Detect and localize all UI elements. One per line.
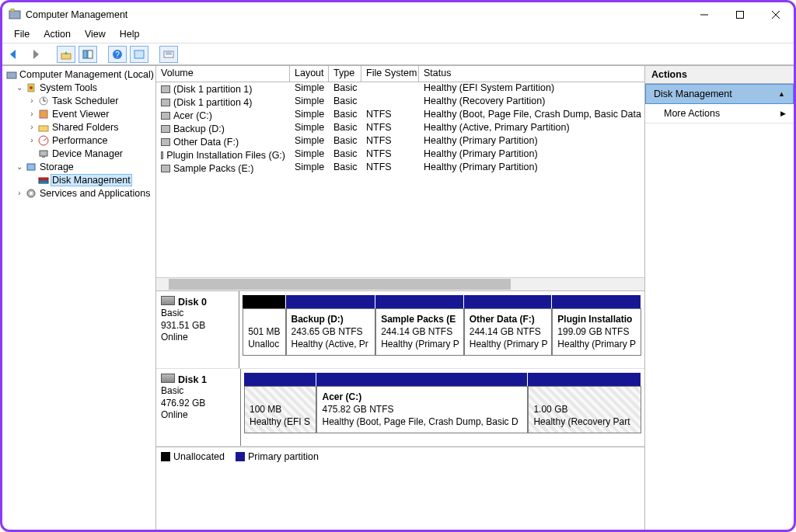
actions-pane: Actions Disk Management ▲ More Actions ▶: [644, 65, 794, 530]
svg-rect-15: [7, 72, 16, 78]
up-button[interactable]: [57, 46, 75, 63]
collapse-icon[interactable]: ⌄: [15, 162, 24, 171]
disk-row: Disk 1Basic476.92 GBOnline 100 MBHealthy…: [156, 369, 644, 447]
disk-icon: [161, 112, 170, 120]
svg-rect-24: [40, 151, 47, 156]
tree-root[interactable]: Computer Management (Local): [2, 68, 155, 81]
volume-row[interactable]: Sample Packs (E:)SimpleBasicNTFSHealthy …: [156, 162, 644, 175]
volume-row[interactable]: (Disk 1 partition 4)SimpleBasicHealthy (…: [156, 96, 644, 109]
disk-drive-icon: [161, 374, 175, 383]
svg-rect-25: [42, 156, 45, 158]
tree-system-tools[interactable]: ⌄ System Tools: [2, 81, 155, 94]
volume-grid[interactable]: (Disk 1 partition 1)SimpleBasicHealthy (…: [156, 82, 644, 175]
partition-block[interactable]: Backup (D:)243.65 GB NTFSHealthy (Active…: [286, 308, 376, 356]
disk-icon: [161, 125, 170, 133]
col-volume[interactable]: Volume: [156, 66, 290, 82]
back-button[interactable]: [5, 46, 24, 63]
volume-grid-header: Volume Layout Type File System Status: [156, 66, 644, 82]
toolbar: ?: [2, 43, 794, 65]
svg-rect-6: [61, 54, 71, 59]
partition-block[interactable]: 100 MBHealthy (EFI S: [244, 386, 316, 433]
actions-title: Actions: [645, 66, 794, 84]
disk-icon: [161, 85, 170, 93]
svg-rect-8: [88, 50, 93, 58]
expand-icon[interactable]: ›: [27, 123, 37, 131]
collapse-icon: ▲: [778, 90, 785, 98]
legend-unallocated: Unallocated: [173, 451, 225, 462]
volume-row[interactable]: Plugin Installation Files (G:)SimpleBasi…: [156, 148, 644, 162]
legend: Unallocated Primary partition: [156, 447, 644, 465]
partition-block[interactable]: Plugin Installatio199.09 GB NTFSHealthy …: [552, 308, 641, 356]
menu-action[interactable]: Action: [37, 27, 78, 43]
svg-rect-21: [40, 110, 47, 118]
svg-text:?: ?: [115, 50, 120, 59]
col-layout[interactable]: Layout: [290, 66, 329, 82]
disk-diagram: Disk 0Basic931.51 GBOnline 501 MBUnalloc…: [156, 290, 644, 447]
partition-block[interactable]: 501 MBUnalloc: [243, 308, 285, 356]
tree-services[interactable]: ›Services and Applications: [2, 186, 155, 200]
svg-rect-1: [11, 9, 14, 12]
actions-more[interactable]: More Actions ▶: [645, 104, 794, 123]
forward-button[interactable]: [27, 46, 46, 63]
menu-file[interactable]: File: [7, 27, 37, 43]
partition-block[interactable]: 1.00 GBHealthy (Recovery Part: [528, 386, 641, 433]
col-status[interactable]: Status: [419, 66, 644, 82]
disk-icon: [161, 151, 163, 159]
tree-storage[interactable]: ⌄Storage: [2, 160, 155, 173]
disk-icon: [161, 99, 170, 106]
scrollbar-thumb[interactable]: [169, 279, 511, 290]
svg-rect-22: [39, 126, 48, 131]
collapse-icon[interactable]: ⌄: [15, 83, 24, 92]
col-fs[interactable]: File System: [361, 66, 419, 82]
app-icon: [9, 9, 21, 21]
volume-row[interactable]: (Disk 1 partition 1)SimpleBasicHealthy (…: [156, 82, 644, 96]
tree-device-manager[interactable]: Device Manager: [2, 147, 155, 160]
svg-rect-11: [134, 50, 144, 58]
partition-block[interactable]: Other Data (F:)244.14 GB NTFSHealthy (Pr…: [464, 308, 553, 356]
legend-primary: Primary partition: [248, 451, 319, 462]
disk-icon: [161, 165, 170, 172]
maximize-button[interactable]: [722, 2, 758, 27]
submenu-icon: ▶: [780, 110, 786, 117]
expand-icon[interactable]: ›: [15, 189, 24, 197]
tree-performance[interactable]: ›Performance: [2, 134, 155, 147]
expand-icon[interactable]: ›: [27, 110, 37, 118]
svg-rect-3: [737, 12, 744, 19]
disk-label[interactable]: Disk 1Basic476.92 GBOnline: [156, 369, 241, 446]
window-title: Computer Management: [26, 9, 127, 20]
svg-rect-7: [83, 50, 87, 58]
tree-task-scheduler[interactable]: ›Task Scheduler: [2, 94, 155, 107]
horizontal-scrollbar[interactable]: [156, 277, 644, 290]
title-bar: Computer Management: [2, 2, 794, 27]
volume-row[interactable]: Backup (D:)SimpleBasicNTFSHealthy (Activ…: [156, 122, 644, 135]
disk-row: Disk 0Basic931.51 GBOnline 501 MBUnalloc…: [156, 291, 644, 369]
svg-rect-27: [39, 178, 48, 180]
tree-event-viewer[interactable]: ›Event Viewer: [2, 107, 155, 120]
volume-row[interactable]: Other Data (F:)SimpleBasicNTFSHealthy (P…: [156, 135, 644, 148]
main-pane: Volume Layout Type File System Status (D…: [156, 65, 644, 530]
partition-block[interactable]: Acer (C:)475.82 GB NTFSHealthy (Boot, Pa…: [316, 386, 528, 433]
close-button[interactable]: [758, 2, 794, 27]
refresh-button[interactable]: [130, 46, 148, 63]
disk-drive-icon: [161, 296, 175, 305]
expand-icon[interactable]: ›: [27, 136, 37, 144]
settings-button[interactable]: [159, 46, 178, 63]
svg-point-30: [30, 192, 33, 195]
col-type[interactable]: Type: [329, 66, 361, 82]
expand-icon[interactable]: ›: [27, 96, 37, 105]
show-hide-tree-button[interactable]: [79, 46, 97, 63]
tree-shared-folders[interactable]: ›Shared Folders: [2, 120, 155, 134]
actions-disk-management[interactable]: Disk Management ▲: [645, 84, 794, 104]
svg-rect-26: [27, 164, 35, 170]
tree-pane: Computer Management (Local) ⌄ System Too…: [2, 65, 156, 530]
volume-row[interactable]: Acer (C:)SimpleBasicNTFSHealthy (Boot, P…: [156, 109, 644, 122]
disk-label[interactable]: Disk 0Basic931.51 GBOnline: [156, 291, 239, 368]
tree-disk-management[interactable]: Disk Management: [2, 173, 155, 186]
svg-point-17: [30, 86, 33, 89]
menu-bar: File Action View Help: [2, 27, 794, 43]
menu-view[interactable]: View: [78, 27, 113, 43]
help-button[interactable]: ?: [108, 46, 127, 63]
menu-help[interactable]: Help: [113, 27, 147, 43]
minimize-button[interactable]: [686, 2, 722, 27]
partition-block[interactable]: Sample Packs (E244.14 GB NTFSHealthy (Pr…: [375, 308, 464, 356]
